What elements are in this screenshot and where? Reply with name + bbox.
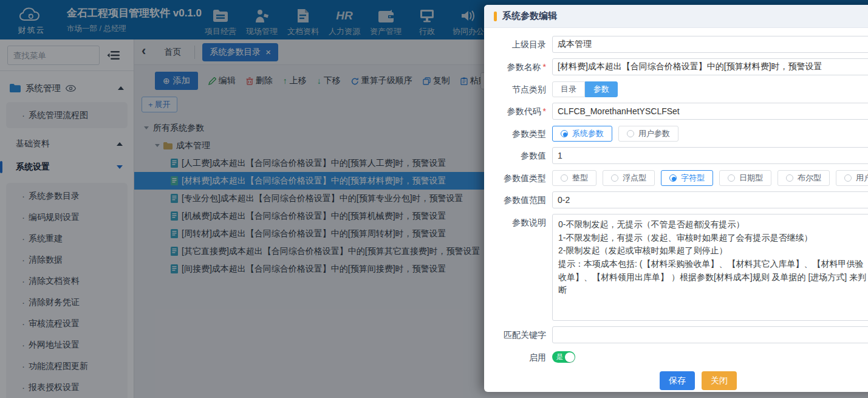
field-label: 参数值	[488, 147, 546, 162]
orange-marker-bar	[494, 12, 497, 21]
node-type-segment: 目录 参数	[552, 81, 618, 97]
form-row-node-type: 节点类别 目录 参数	[488, 81, 868, 97]
value-type-radio-group: 整型 浮点型 字符型 日期型 布尔型 用户选择	[552, 170, 868, 186]
radio-dot-icon	[561, 130, 568, 137]
value-range-input[interactable]	[552, 191, 868, 208]
segment-parameter-selected[interactable]: 参数	[585, 81, 618, 97]
radio-dot-icon	[844, 174, 852, 182]
required-mark: *	[543, 62, 546, 72]
radio-date[interactable]: 日期型	[719, 170, 771, 186]
param-code-input[interactable]	[552, 103, 868, 120]
field-label: 匹配关键字	[488, 326, 546, 341]
enabled-toggle[interactable]: 是	[552, 351, 575, 363]
required-mark: *	[543, 106, 546, 116]
drawer-header: 系统参数编辑	[484, 5, 868, 28]
field-label: 参数值范围	[488, 191, 546, 206]
radio-dot-icon	[669, 174, 677, 182]
field-label: 参数代码*	[488, 103, 546, 117]
radio-user-param[interactable]: 用户参数	[618, 126, 678, 142]
radio-dot-icon	[627, 130, 634, 137]
form-row-value-type: 参数值类型 整型 浮点型 字符型 日期型 布尔型 用户选择	[488, 170, 868, 186]
param-name-input[interactable]	[552, 58, 868, 75]
radio-user-select[interactable]: 用户选择	[836, 170, 868, 186]
match-keyword-input[interactable]	[552, 326, 868, 343]
form-row-param-type: 参数类型 系统参数 用户参数	[488, 125, 868, 142]
parent-dir-input[interactable]	[552, 36, 868, 53]
form-row-value-range: 参数值范围	[488, 191, 868, 208]
radio-dot-icon	[786, 174, 793, 182]
param-edit-drawer: 系统参数编辑 上级目录 参数名称* 节点类别 目录 参数 参数代码* 参数类型	[484, 5, 868, 392]
radio-system-param-selected[interactable]: 系统参数	[552, 126, 612, 142]
toggle-on-label: 是	[556, 352, 563, 362]
drawer-actions: 保存 关闭	[488, 371, 868, 390]
radio-string-selected[interactable]: 字符型	[661, 170, 713, 186]
field-label: 启用	[488, 349, 546, 363]
segment-directory[interactable]: 目录	[552, 81, 585, 97]
form-row-param-code: 参数代码*	[488, 103, 868, 120]
field-label: 参数说明	[488, 214, 546, 228]
radio-integer[interactable]: 整型	[552, 170, 596, 186]
field-label: 参数名称*	[488, 58, 546, 73]
form-row-parent-dir: 上级目录	[488, 36, 868, 53]
form-row-param-name: 参数名称*	[488, 58, 868, 75]
save-button[interactable]: 保存	[660, 371, 695, 390]
field-label: 参数类型	[488, 125, 546, 140]
close-button[interactable]: 关闭	[702, 371, 737, 390]
form-row-enabled: 启用 是	[488, 349, 868, 363]
field-label: 上级目录	[488, 36, 546, 50]
form-row-description: 参数说明 0-不限制发起，无提示（不管是否超都没有提示） 1-不限发制起，有提示…	[488, 214, 868, 321]
drawer-title: 系统参数编辑	[502, 10, 557, 22]
param-value-input[interactable]	[552, 147, 868, 164]
radio-dot-icon	[611, 174, 618, 182]
radio-float[interactable]: 浮点型	[603, 170, 655, 186]
param-type-radio-group: 系统参数 用户参数	[552, 126, 868, 142]
toggle-knob	[565, 352, 575, 362]
field-label: 节点类别	[488, 81, 546, 95]
form-row-param-value: 参数值	[488, 147, 868, 164]
field-label: 参数值类型	[488, 170, 546, 184]
radio-boolean[interactable]: 布尔型	[777, 170, 830, 186]
radio-dot-icon	[561, 174, 568, 182]
drawer-body: 上级目录 参数名称* 节点类别 目录 参数 参数代码* 参数类型	[484, 28, 868, 390]
form-row-keyword: 匹配关键字	[488, 326, 868, 343]
description-textarea[interactable]: 0-不限制发起，无提示（不管是否超都没有提示） 1-不限发制起，有提示（发起、审…	[552, 214, 868, 321]
radio-dot-icon	[728, 174, 735, 182]
